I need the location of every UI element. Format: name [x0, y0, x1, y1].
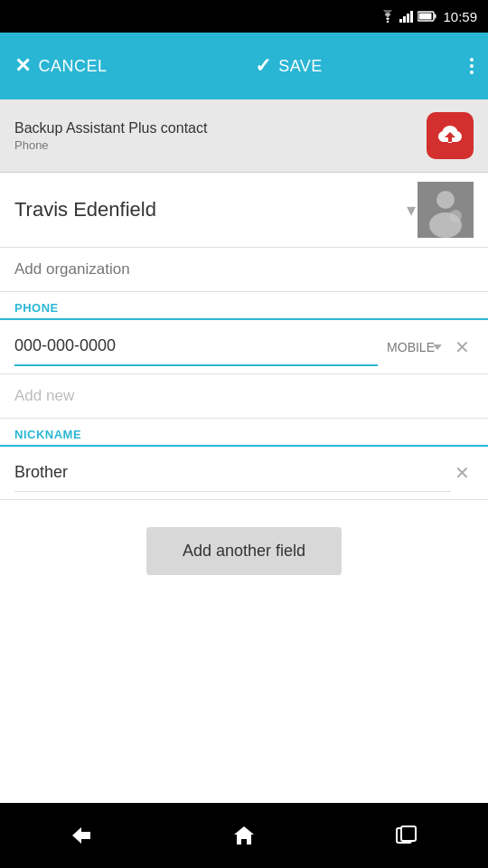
status-bar: 10:59: [0, 0, 488, 33]
svg-point-0: [387, 21, 389, 23]
battery-icon: [418, 11, 437, 22]
cloud-upload-icon: [435, 122, 465, 149]
backup-title: Backup Assistant Plus contact: [14, 120, 207, 137]
organization-input[interactable]: [14, 260, 474, 278]
phone-input[interactable]: [14, 327, 378, 366]
backup-text: Backup Assistant Plus contact Phone: [14, 120, 207, 152]
recents-button[interactable]: [380, 808, 434, 863]
avatar-image: [418, 182, 474, 238]
svg-point-11: [449, 210, 462, 222]
phone-type-selector[interactable]: MOBILE: [387, 340, 435, 354]
backup-header: Backup Assistant Plus contact Phone: [0, 99, 488, 173]
svg-rect-4: [410, 11, 413, 23]
svg-rect-7: [419, 14, 432, 20]
wifi-icon: [380, 10, 396, 23]
save-button[interactable]: ✓ SAVE: [255, 54, 323, 78]
org-row[interactable]: [0, 248, 488, 292]
signal-icon: [399, 10, 414, 23]
cancel-label: CANCEL: [39, 57, 108, 76]
more-options-button[interactable]: [470, 48, 474, 84]
back-icon: [69, 826, 94, 845]
cancel-button[interactable]: ✕ CANCEL: [14, 54, 108, 78]
form-area: ▾ PHONE MOBILE ✕ Add new NICKNAME: [0, 173, 488, 803]
recents-icon: [396, 826, 418, 845]
backup-icon: [427, 112, 474, 159]
clear-phone-button[interactable]: ✕: [451, 333, 474, 362]
nav-bar: [0, 803, 488, 868]
nickname-input[interactable]: [14, 454, 451, 492]
svg-rect-1: [399, 19, 402, 23]
cancel-icon: ✕: [14, 54, 32, 78]
phone-row: MOBILE ✕: [0, 320, 488, 374]
svg-rect-13: [401, 826, 416, 841]
phone-section-label: PHONE: [0, 292, 488, 320]
svg-rect-3: [407, 14, 409, 23]
status-icons: [380, 10, 437, 23]
status-bar-right: 10:59: [380, 9, 477, 24]
name-row: ▾: [0, 173, 488, 248]
add-new-label: Add new: [14, 387, 74, 404]
svg-rect-6: [435, 14, 436, 19]
nickname-row: ✕: [0, 447, 488, 500]
avatar[interactable]: [418, 182, 474, 238]
status-time: 10:59: [443, 9, 477, 24]
nickname-section-label: NICKNAME: [0, 419, 488, 447]
add-another-field-button[interactable]: Add another field: [146, 527, 342, 575]
add-new-row[interactable]: Add new: [0, 374, 488, 419]
save-label: SAVE: [278, 57, 323, 76]
backup-subtitle: Phone: [14, 138, 207, 152]
name-dropdown-icon[interactable]: ▾: [407, 199, 416, 221]
save-icon: ✓: [255, 54, 272, 78]
home-icon: [232, 825, 256, 846]
back-button[interactable]: [54, 808, 108, 863]
svg-point-9: [436, 191, 455, 209]
clear-nickname-button[interactable]: ✕: [451, 458, 474, 487]
svg-rect-2: [403, 16, 406, 23]
home-button[interactable]: [217, 808, 271, 863]
name-input[interactable]: [14, 191, 418, 229]
action-bar: ✕ CANCEL ✓ SAVE: [0, 33, 488, 99]
